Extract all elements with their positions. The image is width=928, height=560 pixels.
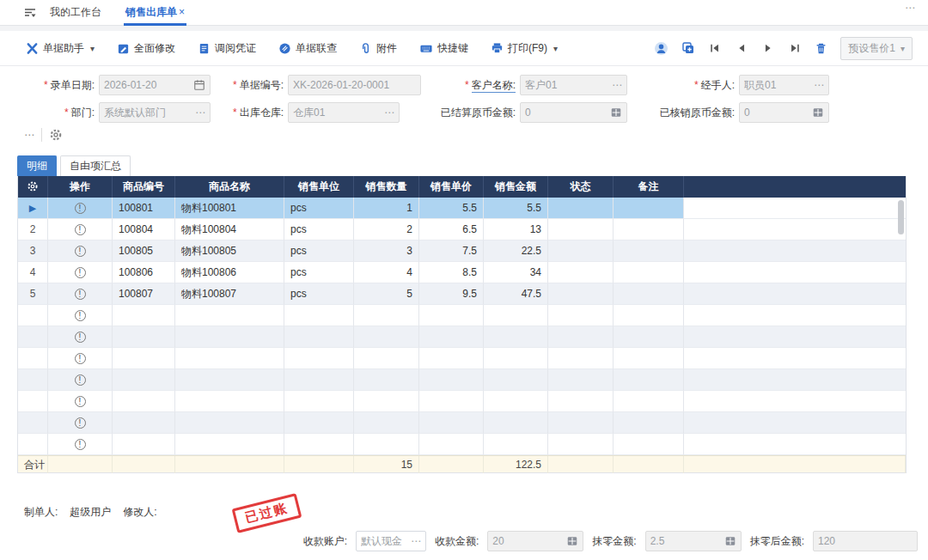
user-button[interactable]: [654, 41, 669, 56]
view-voucher-button[interactable]: 调阅凭证: [198, 41, 256, 56]
tab-sales-outbound[interactable]: 销售出库单×: [113, 0, 197, 26]
row-operation-cell[interactable]: !: [48, 326, 113, 348]
cell-remark[interactable]: [614, 198, 684, 219]
cell-remark[interactable]: [614, 240, 684, 262]
cell-status[interactable]: [548, 240, 614, 262]
doc-no-input[interactable]: XK-2026-01-20-0001: [288, 75, 421, 95]
attachment-button[interactable]: 附件: [359, 41, 397, 56]
more-trigger-icon[interactable]: ⋯: [814, 79, 824, 91]
header-remark[interactable]: 备注: [614, 176, 684, 198]
cell-remark[interactable]: [614, 262, 684, 283]
table-row-empty[interactable]: !: [18, 391, 906, 412]
row-operation-cell[interactable]: !: [48, 219, 113, 240]
cell-code[interactable]: 100805: [113, 240, 175, 262]
cell-remark[interactable]: [614, 219, 684, 240]
vertical-scrollbar-thumb[interactable]: [898, 200, 904, 234]
cell-name[interactable]: 物料100806: [175, 262, 284, 283]
cell-code[interactable]: 100801: [113, 198, 175, 219]
row-operation-cell[interactable]: !: [48, 283, 113, 305]
delete-button[interactable]: [814, 41, 828, 56]
cell-name[interactable]: 物料100807: [175, 283, 284, 305]
table-row[interactable]: ▶!100801物料100801pcs15.55.5: [18, 198, 906, 219]
row-operation-cell[interactable]: !: [48, 412, 113, 434]
customer-label-link[interactable]: *客户名称:: [430, 75, 516, 95]
cell-code[interactable]: 100807: [113, 283, 175, 305]
cell-unit[interactable]: pcs: [284, 240, 354, 262]
more-trigger-icon[interactable]: ⋯: [411, 535, 421, 547]
tab-free-item-summary[interactable]: 自由项汇总: [60, 155, 131, 176]
table-row[interactable]: 3!100805物料100805pcs37.522.5: [18, 240, 906, 262]
row-operation-cell[interactable]: !: [48, 240, 113, 262]
table-row-empty[interactable]: !: [18, 434, 906, 455]
settled-amount-input[interactable]: 0: [520, 102, 627, 123]
full-edit-button[interactable]: 全面修改: [117, 41, 175, 56]
print-button[interactable]: 打印(F9) ▾: [491, 41, 558, 56]
cell-price[interactable]: 7.5: [419, 240, 484, 262]
cell-qty[interactable]: 3: [354, 240, 419, 262]
preset-price-dropdown[interactable]: 预设售价1 ▾: [840, 37, 913, 60]
nav-next-button[interactable]: [760, 41, 775, 56]
payment-account-input[interactable]: 默认现金 ⋯: [356, 531, 426, 551]
header-sales-qty[interactable]: 销售数量: [354, 176, 419, 198]
info-icon[interactable]: !: [75, 374, 86, 386]
tabbar-more-icon[interactable]: ⋯: [905, 2, 916, 14]
verified-amount-input[interactable]: 0: [739, 102, 829, 123]
shortcut-keys-button[interactable]: 快捷键: [419, 41, 468, 56]
table-row-empty[interactable]: !: [18, 369, 906, 391]
cell-name[interactable]: 物料100801: [175, 198, 284, 219]
nav-last-button[interactable]: [787, 41, 802, 56]
calculator-icon[interactable]: [812, 107, 824, 119]
calculator-icon[interactable]: [724, 535, 736, 547]
warehouse-input[interactable]: 仓库01 ⋯: [288, 102, 400, 123]
handler-input[interactable]: 职员01 ⋯: [739, 75, 829, 95]
table-row[interactable]: 4!100806物料100806pcs48.534: [18, 262, 906, 283]
table-row-empty[interactable]: !: [18, 348, 906, 369]
record-date-input[interactable]: 2026-01-20: [99, 75, 211, 95]
copy-add-button[interactable]: [681, 41, 695, 56]
row-operation-cell[interactable]: !: [48, 348, 113, 369]
info-icon[interactable]: !: [75, 417, 86, 429]
payment-amount-input[interactable]: 20: [487, 531, 583, 551]
tab-close-icon[interactable]: ×: [179, 6, 185, 18]
more-trigger-icon[interactable]: ⋯: [612, 79, 622, 91]
more-trigger-icon[interactable]: ⋯: [384, 107, 394, 119]
info-icon[interactable]: !: [75, 353, 86, 364]
info-icon[interactable]: !: [75, 332, 86, 343]
calculator-icon[interactable]: [566, 535, 578, 547]
info-icon[interactable]: !: [75, 289, 86, 300]
header-product-name[interactable]: 商品名称: [175, 176, 284, 198]
cell-qty[interactable]: 5: [354, 283, 419, 305]
info-icon[interactable]: !: [75, 203, 86, 214]
header-product-code[interactable]: 商品编号: [113, 176, 175, 198]
info-icon[interactable]: !: [75, 396, 86, 407]
cell-amount[interactable]: 34: [484, 262, 548, 283]
header-sales-amount[interactable]: 销售金额: [484, 176, 548, 198]
cell-price[interactable]: 8.5: [419, 262, 484, 283]
doc-link-check-button[interactable]: 单据联查: [278, 41, 337, 56]
customer-input[interactable]: 客户01 ⋯: [520, 75, 627, 95]
table-row[interactable]: 5!100807物料100807pcs59.547.5: [18, 283, 906, 305]
cell-amount[interactable]: 13: [484, 219, 548, 240]
table-row[interactable]: 2!100804物料100804pcs26.513: [18, 219, 906, 240]
table-row-empty[interactable]: !: [18, 412, 906, 434]
cell-status[interactable]: [548, 262, 614, 283]
cell-status[interactable]: [548, 198, 614, 219]
cell-unit[interactable]: pcs: [284, 198, 354, 219]
row-operation-cell[interactable]: !: [48, 434, 113, 455]
cell-status[interactable]: [548, 219, 614, 240]
cell-unit[interactable]: pcs: [284, 262, 354, 283]
header-status[interactable]: 状态: [548, 176, 614, 198]
cell-price[interactable]: 9.5: [419, 283, 484, 305]
info-icon[interactable]: !: [75, 439, 86, 450]
cell-status[interactable]: [548, 283, 614, 305]
row-operation-cell[interactable]: !: [48, 198, 113, 219]
info-icon[interactable]: !: [75, 246, 86, 257]
collapse-menu-button[interactable]: [22, 5, 38, 21]
doc-helper-button[interactable]: 单据助手 ▾: [26, 41, 95, 56]
cell-code[interactable]: 100804: [113, 219, 175, 240]
cell-name[interactable]: 物料100805: [175, 240, 284, 262]
cell-amount[interactable]: 22.5: [484, 240, 548, 262]
form-more-icon[interactable]: ⋯: [24, 129, 34, 141]
cell-price[interactable]: 5.5: [419, 198, 484, 219]
row-operation-cell[interactable]: !: [48, 391, 113, 412]
